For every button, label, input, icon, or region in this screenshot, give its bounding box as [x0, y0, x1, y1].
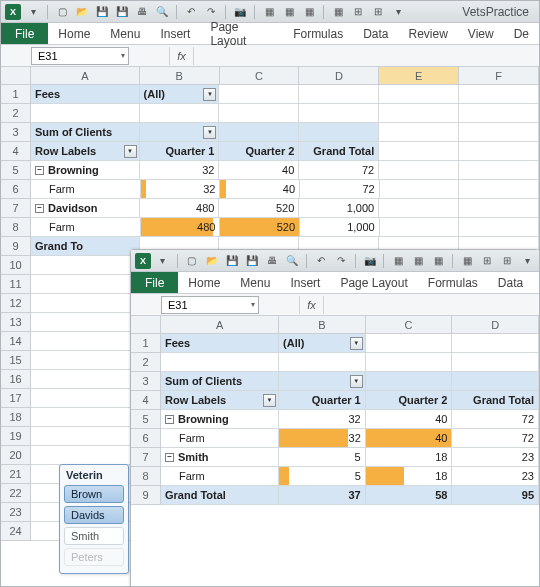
- tab-insert[interactable]: Insert: [150, 23, 200, 44]
- cell[interactable]: 95: [452, 486, 539, 505]
- table-icon[interactable]: ▦: [430, 253, 446, 269]
- cell[interactable]: [459, 161, 539, 180]
- pt-col-filter[interactable]: ▼: [140, 123, 220, 142]
- cell[interactable]: 18: [366, 467, 453, 486]
- cell[interactable]: [31, 389, 140, 408]
- qat-more-icon[interactable]: ▾: [390, 4, 406, 20]
- row-header[interactable]: 6: [131, 429, 161, 448]
- pt-fees-value[interactable]: (All)▼: [279, 334, 366, 353]
- tab-home[interactable]: Home: [178, 272, 230, 293]
- row-header[interactable]: 2: [131, 353, 161, 372]
- filter-dropdown-icon[interactable]: ▼: [203, 126, 216, 139]
- cell[interactable]: [452, 372, 539, 391]
- tab-data[interactable]: Data: [353, 23, 398, 44]
- pivot-icon[interactable]: ▦: [281, 4, 297, 20]
- cell[interactable]: [459, 180, 539, 199]
- tab-developer[interactable]: De: [504, 23, 539, 44]
- cell[interactable]: 72: [300, 180, 380, 199]
- cell[interactable]: [219, 104, 299, 123]
- row-header[interactable]: 24: [1, 522, 31, 541]
- tab-menu[interactable]: Menu: [230, 272, 280, 293]
- cell[interactable]: 23: [452, 448, 539, 467]
- tab-data[interactable]: Data: [488, 272, 533, 293]
- slicer-item-davids[interactable]: Davids: [64, 506, 124, 524]
- row-header[interactable]: 12: [1, 294, 31, 313]
- cell[interactable]: [379, 199, 459, 218]
- row-header[interactable]: 7: [1, 199, 31, 218]
- row-header[interactable]: 11: [1, 275, 31, 294]
- tab-pagelayout[interactable]: Page Layout: [200, 23, 283, 44]
- cell[interactable]: 40: [366, 410, 453, 429]
- cell[interactable]: [379, 85, 459, 104]
- form-icon[interactable]: ▦: [261, 4, 277, 20]
- tab-formulas[interactable]: Formulas: [283, 23, 353, 44]
- cell[interactable]: [459, 85, 539, 104]
- cell[interactable]: [452, 334, 539, 353]
- row-header[interactable]: 3: [1, 123, 31, 142]
- cell[interactable]: [31, 294, 140, 313]
- row-header[interactable]: 6: [1, 180, 31, 199]
- cell[interactable]: 5: [279, 448, 366, 467]
- cell[interactable]: 32: [279, 429, 366, 448]
- row-header[interactable]: 20: [1, 446, 31, 465]
- pt-sum-label[interactable]: Sum of Clients: [161, 372, 279, 391]
- cell[interactable]: [459, 104, 539, 123]
- tab-view[interactable]: View: [458, 23, 504, 44]
- row-header[interactable]: 1: [131, 334, 161, 353]
- cell[interactable]: 40: [366, 429, 453, 448]
- border1-icon[interactable]: ▦: [459, 253, 475, 269]
- name-box[interactable]: E31▾: [31, 47, 129, 65]
- pt-gt-header[interactable]: Grand Total: [452, 391, 539, 410]
- col-header[interactable]: F: [459, 67, 539, 85]
- pt-grandtotal-row[interactable]: Grand Total: [161, 486, 279, 505]
- cell[interactable]: [299, 123, 379, 142]
- name-box[interactable]: E31▾: [161, 296, 259, 314]
- cell[interactable]: [380, 180, 460, 199]
- row-header[interactable]: 7: [131, 448, 161, 467]
- pt-gt-header[interactable]: Grand Total: [299, 142, 379, 161]
- cell[interactable]: [219, 123, 299, 142]
- pt-q1-header[interactable]: Quarter 1: [279, 391, 366, 410]
- filter-dropdown-icon[interactable]: ▼: [350, 337, 363, 350]
- col-header[interactable]: D: [299, 67, 379, 85]
- cell[interactable]: 5: [279, 467, 366, 486]
- pivot-icon[interactable]: ▦: [410, 253, 426, 269]
- form-icon[interactable]: ▦: [390, 253, 406, 269]
- camera-icon[interactable]: 📷: [362, 253, 378, 269]
- pt-grandtotal-row[interactable]: Grand To: [31, 237, 140, 256]
- cell[interactable]: [379, 104, 459, 123]
- cell[interactable]: 18: [366, 448, 453, 467]
- cell[interactable]: [31, 427, 140, 446]
- row-header[interactable]: 17: [1, 389, 31, 408]
- row-header[interactable]: 19: [1, 427, 31, 446]
- redo-icon[interactable]: ↷: [203, 4, 219, 20]
- file-tab[interactable]: File: [1, 23, 48, 44]
- row-header[interactable]: 2: [1, 104, 31, 123]
- col-header[interactable]: B: [279, 316, 366, 334]
- open-icon[interactable]: 📂: [204, 253, 220, 269]
- pt-fees-value[interactable]: (All)▼: [140, 85, 220, 104]
- name-box-dropdown-icon[interactable]: ▾: [121, 51, 125, 60]
- row-header[interactable]: 8: [1, 218, 31, 237]
- row-header[interactable]: 10: [1, 256, 31, 275]
- save-icon[interactable]: 💾: [224, 253, 240, 269]
- col-header[interactable]: D: [452, 316, 539, 334]
- col-header[interactable]: C: [220, 67, 300, 85]
- cell[interactable]: [31, 370, 140, 389]
- row-header[interactable]: 14: [1, 332, 31, 351]
- row-header[interactable]: 8: [131, 467, 161, 486]
- table-icon[interactable]: ▦: [301, 4, 317, 20]
- row-header[interactable]: 15: [1, 351, 31, 370]
- tab-home[interactable]: Home: [48, 23, 100, 44]
- formula-bar[interactable]: [323, 296, 539, 314]
- qat-more-icon[interactable]: ▾: [519, 253, 535, 269]
- row-header[interactable]: 1: [1, 85, 31, 104]
- cell[interactable]: [379, 142, 459, 161]
- save-as-icon[interactable]: 💾: [114, 4, 130, 20]
- cell[interactable]: 72: [299, 161, 379, 180]
- redo-icon[interactable]: ↷: [333, 253, 349, 269]
- border3-icon[interactable]: ⊞: [370, 4, 386, 20]
- cell[interactable]: [31, 313, 140, 332]
- pt-row-browning[interactable]: −Browning: [31, 161, 140, 180]
- cell[interactable]: [380, 218, 460, 237]
